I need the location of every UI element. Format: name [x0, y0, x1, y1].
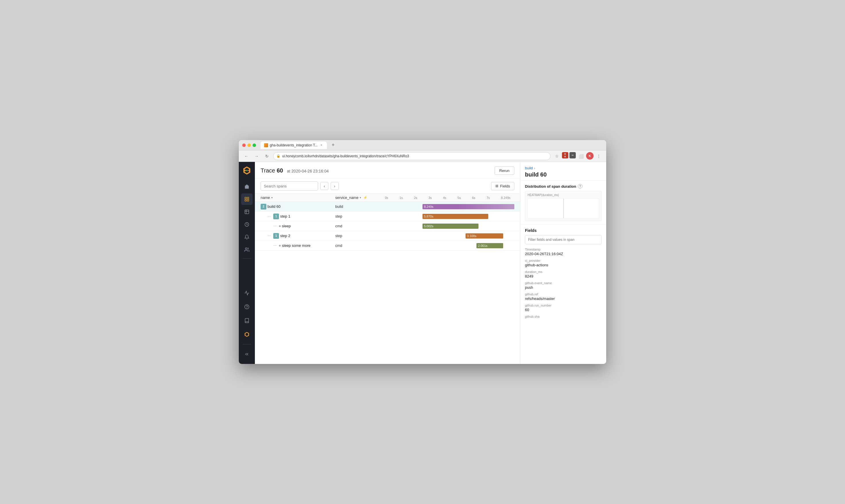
fields-button[interactable]: ⊞ Fields	[491, 182, 514, 190]
sidebar-item-team[interactable]	[241, 244, 253, 255]
prev-span-button[interactable]: ‹	[320, 182, 328, 190]
close-traffic-light[interactable]	[242, 144, 246, 147]
lock-icon: 🔒	[276, 154, 281, 158]
bookmark-button[interactable]: ☆	[553, 152, 561, 160]
span-badge: 1	[273, 233, 279, 239]
browser-window: gha-buildevents_integration T... × + ← →…	[239, 140, 606, 364]
right-panel-header: build › build 60	[520, 162, 606, 181]
distribution-help-icon[interactable]: ?	[578, 184, 582, 188]
trace-label: Trace	[260, 167, 275, 174]
extension-icon-2[interactable]: ••	[570, 152, 576, 158]
sidebar-item-docs[interactable]	[241, 315, 253, 326]
breadcrumb: build ›	[525, 166, 601, 170]
field-entry: ci_providergithub-actions	[525, 259, 601, 267]
timeline-ticks: 0s1s2s3s4s5s6s7s8.249s	[384, 196, 514, 199]
span-bar: 3.108s	[466, 233, 503, 238]
sidebar-item-boards[interactable]	[241, 206, 253, 218]
svg-rect-8	[247, 200, 249, 201]
span-service-cell: cmd	[335, 244, 384, 248]
span-bar: 5.870s	[422, 214, 488, 219]
profile-button[interactable]: K	[586, 152, 594, 160]
span-timeline-cell: 3.108s	[384, 233, 514, 239]
menu-button[interactable]: ⋮	[595, 152, 603, 160]
table-row[interactable]: sleepcmd5.002s	[255, 221, 520, 231]
table-row[interactable]: 2build 60build8.249s	[255, 202, 520, 212]
address-bar[interactable]: 🔒 ui.honeycomb.io/kvrhdn/datasets/gha-bu…	[273, 152, 551, 160]
table-row[interactable]: sleep some morecmd2.001s	[255, 241, 520, 251]
trace-header: Trace 60 at 2020-04-26 23:16:04 Rerun	[255, 162, 520, 179]
sidebar-item-announcements[interactable]	[241, 287, 253, 299]
trace-title-area: Trace 60 at 2020-04-26 23:16:04	[260, 167, 329, 174]
right-panel-title: build 60	[525, 172, 601, 178]
sidebar-logo[interactable]	[242, 165, 252, 176]
field-entry: duration_ms8249	[525, 270, 601, 278]
trace-number: 60	[277, 167, 283, 174]
new-tab-button[interactable]: +	[329, 141, 337, 149]
span-service-cell: cmd	[335, 224, 384, 228]
breadcrumb-link[interactable]: build	[525, 166, 533, 170]
span-bar: 2.001s	[477, 243, 503, 248]
sidebar-item-honeycomb[interactable]	[241, 329, 253, 340]
span-timeline-cell: 5.870s	[384, 213, 514, 220]
field-key: duration_ms	[525, 270, 601, 273]
span-name-text: sleep some more	[282, 244, 310, 248]
field-value: push	[525, 285, 601, 290]
col-name-label: name	[260, 196, 270, 200]
sort-icon[interactable]: ▾	[271, 196, 273, 199]
span-name-cell: 2build 60	[260, 204, 335, 210]
service-filter-icon[interactable]: ⚡	[363, 196, 367, 199]
back-button[interactable]: ←	[242, 152, 250, 160]
sidebar-item-datasets[interactable]	[241, 194, 253, 205]
tab-favicon	[264, 143, 268, 147]
tab-close-button[interactable]: ×	[320, 143, 323, 147]
extension-icon-1[interactable]: RB	[562, 152, 568, 158]
field-entry: github.event_namepush	[525, 281, 601, 290]
sidebar-item-home[interactable]	[241, 181, 253, 192]
tree-connector	[273, 226, 277, 226]
maximize-traffic-light[interactable]	[253, 144, 256, 147]
browser-titlebar: gha-buildevents_integration T... × +	[239, 140, 606, 150]
sidebar-bottom	[241, 287, 253, 360]
span-service-cell: step	[335, 234, 384, 238]
heatmap-cursor-line	[563, 199, 564, 218]
fields-search-input[interactable]	[525, 235, 601, 244]
distribution-title: Distribution of span duration ?	[525, 184, 601, 188]
field-key: github.ref	[525, 292, 601, 296]
span-name-cell: 1step 2	[260, 233, 335, 239]
cast-button[interactable]: ⬜	[577, 152, 585, 160]
active-browser-tab[interactable]: gha-buildevents_integration T... ×	[260, 142, 327, 149]
forward-button[interactable]: →	[253, 152, 260, 160]
sidebar-item-history[interactable]	[241, 219, 253, 230]
heatmap-container: HEATMAP(duration_ms)	[525, 191, 601, 221]
sidebar-item-alerts[interactable]	[241, 231, 253, 243]
svg-rect-6	[247, 197, 249, 199]
fields-button-label: Fields	[500, 184, 510, 188]
field-entry: github.sha	[525, 315, 601, 318]
minimize-traffic-light[interactable]	[247, 144, 251, 147]
span-dot	[279, 225, 281, 227]
sidebar-item-help[interactable]	[241, 301, 253, 312]
honeycomb-logo-icon	[242, 166, 251, 175]
timeline-tick: 7s	[485, 196, 500, 199]
span-name-cell: sleep some more	[260, 244, 335, 248]
span-timeline-cell: 5.002s	[384, 223, 514, 229]
service-sort-icon[interactable]: ▾	[360, 196, 361, 199]
span-name-cell: sleep	[260, 224, 335, 228]
search-spans-input[interactable]	[260, 181, 318, 191]
sidebar-item-collapse[interactable]	[241, 348, 253, 360]
spans-rows-container: 2build 60build8.249s1step 1step5.870ssle…	[255, 202, 520, 251]
table-row[interactable]: 1step 2step3.108s	[255, 231, 520, 241]
span-name-text: sleep	[282, 224, 291, 228]
field-entry: Timestamp2020-04-26T21:16:04Z	[525, 248, 601, 256]
browser-toolbar: ← → ↻ 🔒 ui.honeycomb.io/kvrhdn/datasets/…	[239, 150, 606, 162]
app-container: Trace 60 at 2020-04-26 23:16:04 Rerun ‹ …	[239, 162, 606, 364]
timeline-tick: 1s	[398, 196, 413, 199]
field-key: ci_provider	[525, 259, 601, 262]
next-span-button[interactable]: ›	[331, 182, 339, 190]
field-value: refs/heads/master	[525, 296, 601, 301]
reload-button[interactable]: ↻	[263, 152, 271, 160]
field-entry: github.refrefs/heads/master	[525, 292, 601, 301]
table-row[interactable]: 1step 1step5.870s	[255, 212, 520, 221]
distribution-section: Distribution of span duration ? HEATMAP(…	[520, 181, 606, 225]
rerun-button[interactable]: Rerun	[495, 166, 514, 175]
